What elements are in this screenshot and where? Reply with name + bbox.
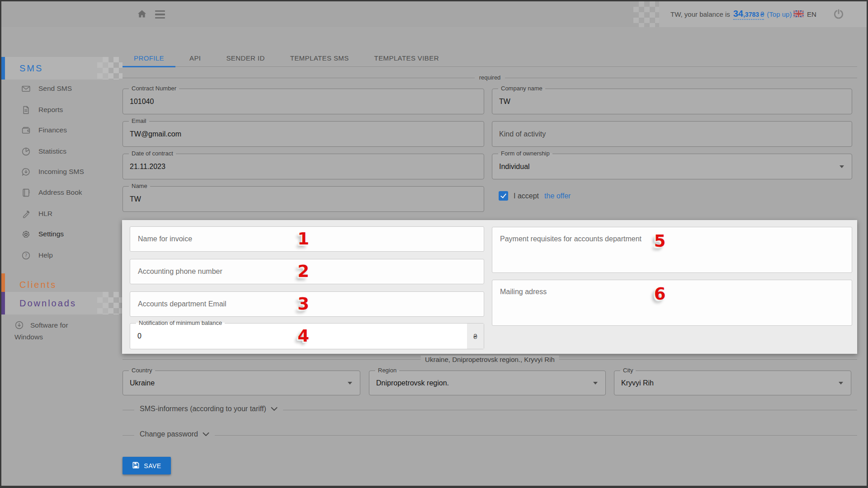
chevron-down-icon bbox=[840, 165, 844, 168]
sidebar-section-downloads[interactable]: Downloads bbox=[1, 292, 123, 314]
pixel-decoration bbox=[97, 57, 123, 80]
chevron-down-icon bbox=[348, 382, 352, 385]
kind-of-activity-field[interactable]: Kind of activity bbox=[492, 121, 852, 147]
location-legend: Ukraine, Dnipropetrovsk region., Kryvyi … bbox=[420, 356, 559, 363]
wrench-icon bbox=[21, 209, 31, 219]
annotation-badge-1: 1 bbox=[297, 229, 309, 249]
offer-link[interactable]: the offer bbox=[544, 192, 571, 200]
gear-icon bbox=[21, 230, 31, 239]
sidebar-item-settings[interactable]: Settings bbox=[21, 227, 64, 241]
required-divider: required bbox=[123, 78, 857, 78]
sidebar-item-label: Address Book bbox=[38, 188, 82, 197]
home-icon bbox=[137, 9, 147, 21]
annotation-badge-3: 3 bbox=[297, 294, 309, 314]
field-value: 101040 bbox=[130, 98, 154, 106]
sms-section-label: SMS bbox=[19, 57, 43, 80]
name-for-invoice-input[interactable]: Name for invoice 1 bbox=[130, 226, 484, 252]
sms-informers-toggle[interactable]: SMS-informers (according to your tariff) bbox=[134, 405, 283, 413]
min-balance-notification-field[interactable]: Notification of minimum balance 0 ₴ 4 bbox=[130, 323, 484, 349]
sidebar-item-send-sms[interactable]: Send SMS bbox=[21, 81, 72, 96]
field-placeholder: Payment requisites for accounts departme… bbox=[500, 235, 642, 243]
accept-offer-row: I accept the offer bbox=[499, 191, 571, 201]
required-legend: required bbox=[475, 74, 505, 81]
field-label: Name bbox=[129, 183, 150, 189]
tab-sender-id[interactable]: SENDER ID bbox=[215, 49, 276, 66]
tab-templates-sms[interactable]: TEMPLATES SMS bbox=[279, 49, 360, 66]
chevron-down-icon bbox=[203, 432, 209, 436]
section-title: SMS-informers (according to your tariff) bbox=[140, 405, 266, 413]
logout-button[interactable] bbox=[832, 8, 845, 21]
sidebar: SMS Send SMS Reports Finances Statistics… bbox=[1, 27, 123, 486]
question-icon: ? bbox=[21, 251, 31, 260]
field-value: Kryvyi Rih bbox=[621, 379, 654, 387]
payment-requisites-textarea[interactable]: Payment requisites for accounts departme… bbox=[492, 227, 852, 273]
sidebar-item-label: Send SMS bbox=[38, 84, 72, 93]
home-button[interactable] bbox=[137, 9, 147, 20]
field-label: Form of ownership bbox=[498, 150, 552, 157]
date-of-contract-field[interactable]: Date of contract 21.11.2023 bbox=[123, 154, 484, 179]
sidebar-item-hlr[interactable]: HLR bbox=[21, 206, 52, 221]
chevron-down-icon bbox=[839, 382, 843, 385]
sidebar-item-label: Statistics bbox=[38, 147, 66, 155]
field-value: 21.11.2023 bbox=[130, 163, 165, 171]
accounts-department-email-input[interactable]: Accounts department Email 3 bbox=[130, 291, 484, 317]
change-password-section: Change password bbox=[123, 435, 857, 436]
field-value: Dnipropetrovsk region. bbox=[376, 379, 449, 387]
section-accent-bar bbox=[1, 292, 5, 314]
top-up-link[interactable]: (Top up) bbox=[767, 10, 792, 18]
country-select[interactable]: Country Ukraine bbox=[123, 371, 360, 395]
menu-button[interactable] bbox=[155, 10, 165, 19]
accounting-phone-input[interactable]: Accounting phone number 2 bbox=[130, 259, 484, 284]
balance-amount-link[interactable]: 34,3783₴ bbox=[733, 9, 764, 20]
sidebar-item-reports[interactable]: Reports bbox=[21, 103, 63, 117]
field-value: TW bbox=[130, 195, 141, 203]
sidebar-item-finances[interactable]: Finances bbox=[21, 123, 67, 137]
section-title: Change password bbox=[140, 430, 198, 438]
field-placeholder: Kind of activity bbox=[499, 130, 546, 138]
field-label: Email bbox=[129, 117, 149, 124]
mailing-address-textarea[interactable]: Mailing adress 6 bbox=[492, 280, 852, 326]
accept-offer-checkbox[interactable] bbox=[499, 191, 508, 201]
company-name-field[interactable]: Company name TW bbox=[492, 89, 852, 114]
field-placeholder: Name for invoice bbox=[138, 235, 192, 243]
location-divider: Ukraine, Dnipropetrovsk region., Kryvyi … bbox=[123, 359, 857, 360]
field-placeholder: Accounts department Email bbox=[138, 300, 226, 308]
change-password-toggle[interactable]: Change password bbox=[134, 430, 215, 438]
name-field[interactable]: Name TW bbox=[123, 186, 484, 212]
downloads-section-label: Downloads bbox=[19, 292, 76, 314]
field-value: TW bbox=[499, 98, 510, 106]
floppy-disk-icon bbox=[132, 461, 140, 470]
power-icon bbox=[833, 8, 844, 21]
sidebar-item-incoming-sms[interactable]: Incoming SMS bbox=[21, 164, 84, 179]
pixel-decoration bbox=[97, 292, 123, 314]
document-icon bbox=[21, 105, 31, 115]
sidebar-item-software-for-windows[interactable]: Software for Windows bbox=[14, 319, 94, 343]
currency-suffix: ₴ bbox=[467, 324, 484, 349]
annotation-badge-5: 5 bbox=[654, 231, 666, 251]
field-label: Contract Number bbox=[129, 85, 179, 92]
accounting-details-panel: Name for invoice 1 Accounting phone numb… bbox=[122, 220, 857, 354]
field-placeholder: Mailing adress bbox=[500, 288, 547, 296]
sidebar-item-address-book[interactable]: Address Book bbox=[21, 185, 82, 200]
sidebar-section-sms[interactable]: SMS bbox=[1, 57, 123, 80]
city-select[interactable]: City Kryvyi Rih bbox=[614, 371, 851, 395]
save-button[interactable]: SAVE bbox=[123, 457, 171, 474]
message-download-icon bbox=[21, 167, 31, 177]
region-select[interactable]: Region Dnipropetrovsk region. bbox=[369, 371, 606, 395]
uk-flag-icon bbox=[793, 10, 804, 19]
currency-symbol: ₴ bbox=[760, 10, 764, 18]
form-of-ownership-select[interactable]: Form of ownership Individual bbox=[492, 154, 852, 179]
email-field[interactable]: Email TW@gmail.com bbox=[123, 121, 484, 147]
tab-templates-viber[interactable]: TEMPLATES VIBER bbox=[363, 49, 450, 66]
field-label: Notification of minimum balance bbox=[136, 319, 225, 326]
field-value: Individual bbox=[499, 163, 530, 171]
field-label: Country bbox=[129, 367, 155, 374]
tab-profile[interactable]: PROFILE bbox=[123, 49, 175, 66]
sidebar-item-label: Settings bbox=[38, 230, 64, 238]
accept-offer-text: I accept bbox=[514, 192, 539, 200]
language-selector[interactable]: EN bbox=[793, 1, 816, 27]
sidebar-item-help[interactable]: ? Help bbox=[21, 248, 53, 263]
sidebar-item-statistics[interactable]: Statistics bbox=[21, 144, 66, 159]
tab-api[interactable]: API bbox=[178, 49, 212, 66]
contract-number-field[interactable]: Contract Number 101040 bbox=[123, 89, 484, 114]
